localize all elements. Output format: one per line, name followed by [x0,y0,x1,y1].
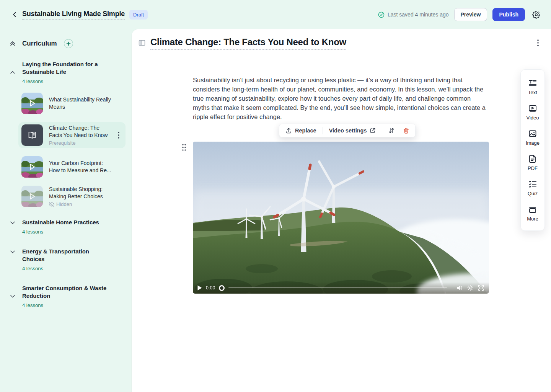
lesson-page-title[interactable]: Climate Change: The Facts You Need to Kn… [150,37,346,50]
add-section-button[interactable] [64,39,73,48]
section-header[interactable]: Energy & Transportation Choices 4 lesson… [9,248,132,271]
play-icon [28,192,36,201]
volume-button[interactable] [456,284,463,291]
lesson-badge-prerequisite: Prerequisite [49,140,109,146]
replace-video-button[interactable]: Replace [283,126,319,136]
lesson-video-thumbnail [21,93,43,114]
lesson-item-carbon-footprint[interactable]: Your Carbon Footprint: How to Measure an… [21,156,126,178]
section-header[interactable]: Sustainable Home Practices 4 lessons [9,219,132,235]
section-lesson-count: 4 lessons [22,78,110,84]
tool-label: Image [526,140,540,146]
seek-bar[interactable] [228,287,447,288]
kebab-icon [118,132,119,139]
section-lesson-count: 4 lessons [22,302,110,308]
lesson-title: What Sustainability Really Means [49,96,112,111]
more-blocks-icon [528,205,537,214]
sidebar-toggle-icon [138,39,146,47]
section-title: Laying the Foundation for a Sustainable … [22,60,110,76]
section-lesson-count: 4 lessons [22,229,99,235]
check-circle-icon [378,11,385,18]
curriculum-header: Curriculum [9,39,132,48]
lesson-list: What Sustainability Really Means Climate… [9,93,132,207]
settings-button[interactable] [530,9,542,20]
video-player-controls: 0:00 [193,282,489,294]
text-block-icon [528,78,537,88]
kebab-icon [537,39,539,46]
plus-icon [66,41,71,46]
content-tools-panel: Text Video Image PDF Quiz More [520,69,545,231]
lesson-badge-hidden: Hidden [49,201,112,207]
gear-icon [532,11,540,19]
lesson-overflow-button[interactable] [115,131,122,139]
tool-label: Video [526,115,539,121]
curriculum-section: Smarter Consumption & Waste Reduction 4 … [9,284,132,308]
block-drag-handle[interactable] [182,144,187,152]
publish-button[interactable]: Publish [492,8,525,21]
lesson-item-sustainable-shopping[interactable]: Sustainable Shopping: Making Better Choi… [21,186,126,207]
delete-block-button[interactable] [401,126,411,136]
video-block-icon [528,104,537,113]
chevron-down-icon [9,219,16,226]
quiz-block-icon [528,180,537,189]
chevron-down-icon [9,293,16,300]
tool-pdf[interactable]: PDF [521,150,544,175]
sidebar-toggle-button[interactable] [138,39,146,47]
tool-quiz[interactable]: Quiz [521,175,544,201]
section-header[interactable]: Laying the Foundation for a Sustainable … [9,60,132,84]
tool-video[interactable]: Video [521,100,544,125]
curriculum-section: Energy & Transportation Choices 4 lesson… [9,248,132,271]
fullscreen-button[interactable] [478,284,484,291]
lesson-item-what-sustainability[interactable]: What Sustainability Really Means [21,93,126,114]
grip-dots-icon [182,144,186,151]
pdf-block-icon [528,154,537,163]
external-link-icon [370,127,376,134]
section-title: Smarter Consumption & Waste Reduction [22,284,110,300]
eye-off-icon [49,202,54,207]
wind-turbines-video-frame [193,142,489,294]
curriculum-title: Curriculum [22,40,57,47]
toolbar-divider [382,127,382,134]
collapse-all-button[interactable] [9,40,16,47]
back-button[interactable] [9,9,20,20]
play-icon [28,99,36,108]
section-title: Sustainable Home Practices [22,219,99,226]
video-block-toolbar: Replace Video settings [279,124,416,137]
chevron-left-icon [11,11,18,18]
video-block[interactable]: 0:00 [193,142,489,294]
move-block-button[interactable] [386,126,397,136]
curriculum-sidebar: Curriculum Laying the Foundation for a S… [0,29,132,392]
seek-handle[interactable] [219,285,225,291]
lesson-item-climate-change[interactable]: Climate Change: The Facts You Need to Kn… [18,122,126,148]
trash-icon [403,127,409,134]
chevron-up-icon [9,69,16,76]
tool-image[interactable]: Image [521,125,544,150]
lesson-intro-paragraph[interactable]: Sustainability isn’t just about recyclin… [193,75,488,121]
section-title: Energy & Transportation Choices [22,248,110,263]
video-settings-button[interactable]: Video settings [327,126,378,135]
curriculum-section: Sustainable Home Practices 4 lessons [9,219,132,235]
play-button[interactable] [197,285,202,291]
arrows-up-down-icon [388,127,395,134]
toolbar-divider [323,127,323,134]
lesson-title: Your Carbon Footprint: How to Measure an… [49,160,112,174]
lesson-title: Sustainable Shopping: Making Better Choi… [49,186,112,200]
player-settings-button[interactable] [467,284,474,291]
status-badge: Draft [129,10,148,20]
double-chevron-up-icon [9,40,16,47]
tool-text[interactable]: Text [521,74,544,100]
image-block-icon [528,129,537,138]
lesson-overflow-button[interactable] [533,38,543,47]
tool-label: PDF [528,165,538,171]
tool-more[interactable]: More [521,201,544,226]
section-lesson-count: 4 lessons [22,266,110,271]
header-actions: Last saved 4 minutes ago Preview Publish [378,8,542,21]
course-builder-app: Sustainable Living Made Simple Draft Las… [0,0,551,392]
curriculum-section: Laying the Foundation for a Sustainable … [9,60,132,207]
lesson-title: Climate Change: The Facts You Need to Kn… [49,124,109,139]
lesson-video-thumbnail [21,186,43,207]
play-icon [28,163,36,171]
section-header[interactable]: Smarter Consumption & Waste Reduction 4 … [9,284,132,308]
chevron-down-icon [9,248,16,255]
preview-button[interactable]: Preview [454,8,487,21]
course-title[interactable]: Sustainable Living Made Simple [22,10,125,20]
